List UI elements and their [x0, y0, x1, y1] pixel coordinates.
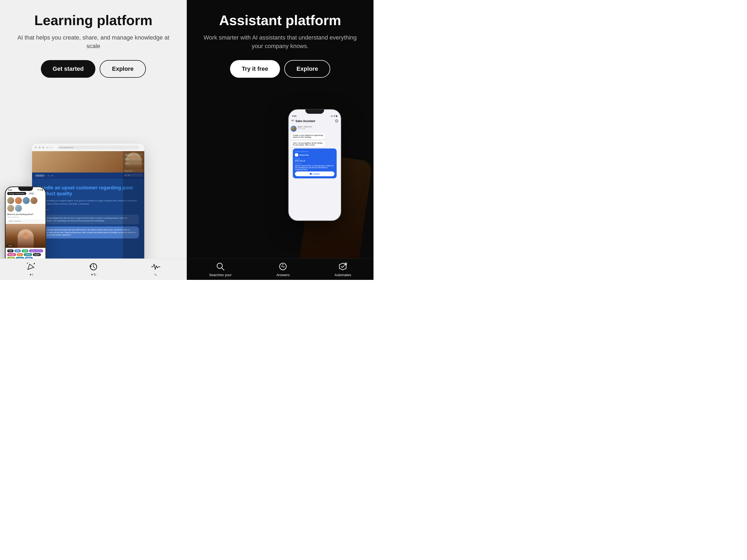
phone-tab-onboarding[interactable]: Design onboarding: [7, 192, 26, 195]
left-panel: Learning platform AI that helps you crea…: [0, 0, 187, 280]
automates-label: Automates: [334, 273, 351, 277]
strip-item-2: effect...: [124, 158, 143, 161]
person-name: Josh: [7, 244, 14, 247]
svg-point-7: [336, 121, 337, 122]
confirm-button[interactable]: Confirm: [295, 171, 334, 176]
bottom-bar-left: ✦/ ✦↻ ∿: [0, 259, 187, 280]
tag-sms: SMS: [22, 249, 28, 252]
face-4: [30, 197, 37, 204]
right-title: Assistant platform: [203, 13, 358, 28]
search-label: Searches your: [209, 273, 232, 277]
left-title: Learning platform: [16, 13, 171, 28]
explore-button-left[interactable]: Explore: [100, 60, 146, 78]
tag-ssl: SSL: [17, 253, 23, 256]
left-button-row: Get started Explore: [16, 60, 171, 78]
phone-tab-row: Design onboarding Chat: [6, 191, 45, 196]
tag-design: design: [7, 253, 16, 256]
face-2: [15, 197, 22, 204]
browser-tab-quiz: Li... re...: [46, 174, 56, 177]
bottom-item-automates: Automates: [334, 262, 351, 277]
bottom-item-search: Searches your: [209, 262, 232, 277]
browser-icon-plus: +: [50, 146, 51, 149]
explore-button-right[interactable]: Explore: [284, 60, 331, 78]
phone-hand-container: 9:41 ▪▪▪ ⬡ ▮ Sales Assistant Sana: [288, 109, 358, 259]
tag-exe: EXE: [15, 249, 21, 252]
phone-right-notch: [305, 109, 324, 114]
authority-label: Authority: [295, 163, 334, 164]
bottom-item-pulse: ∿: [151, 262, 160, 277]
phone-faces: [6, 196, 45, 213]
strip-item-3: Launc...: [124, 162, 143, 165]
right-header-content: Assistant platform Work smarter with AI …: [187, 0, 374, 88]
try-it-free-button[interactable]: Try it free: [230, 60, 280, 78]
answers-label: Answers: [276, 273, 290, 277]
phone-right-screen: 9:41 ▪▪▪ ⬡ ▮ Sales Assistant Sana: [288, 109, 341, 220]
person-head: [22, 232, 29, 239]
phone-sub-text: I feel something...: [6, 216, 45, 218]
user-message: Create a new Salesforce opportunity base…: [291, 133, 326, 139]
bottom-item-organize: ✦↻: [89, 262, 98, 277]
svg-line-10: [222, 268, 224, 270]
phone-input-row: Write something...: [7, 219, 44, 223]
browser-url-text: acme-group.sana.ai: [59, 146, 74, 148]
person-body: [18, 229, 34, 248]
authority-text: Jenna, head of HR, is a key decision mak…: [295, 165, 334, 170]
phone-time-left: 9:41: [8, 189, 12, 191]
svg-point-1: [27, 263, 27, 264]
phone-question: What are you thinking about?: [6, 213, 45, 216]
blue-card-company: Acme Inc.: [299, 154, 309, 156]
right-panel: Assistant platform Work smarter with AI …: [187, 0, 374, 280]
sender-time: 20 min ago: [298, 128, 312, 129]
tag-opensource: open-source: [29, 249, 43, 252]
strip-item-4: Pick the b...: [124, 169, 143, 172]
phone-notch-left: [18, 187, 33, 191]
blue-card-title: Acme Inc.: [295, 153, 334, 157]
face-5: [7, 205, 14, 212]
browser-toolbar: ⬜ + ○ acme-group.sana.ai: [32, 144, 144, 151]
chat-bubbles: Sana × Acme Inc. 20 min ago Create a new…: [288, 124, 341, 180]
left-subtitle: AI that helps you create, share, and man…: [16, 33, 171, 51]
bottom-label-pulse: ∿: [154, 273, 157, 277]
menu-icon: [291, 119, 294, 123]
automates-icon: [338, 262, 347, 271]
bottom-bar-right: Searches your Answers: [187, 259, 374, 280]
person-image-area: Josh: [6, 224, 45, 248]
phone-tab-chat[interactable]: Chat: [28, 192, 35, 195]
budget-label: Budget: [295, 158, 334, 160]
phone-r-status: 9:41 ▪▪▪ ⬡ ▮: [288, 114, 341, 118]
bottom-label-organize: ✦↻: [91, 273, 97, 277]
browser-right-strip: Which prim... effect... Launc... Pick th…: [123, 151, 144, 272]
left-header-content: Learning platform AI that helps you crea…: [0, 0, 187, 88]
get-started-button[interactable]: Get started: [41, 60, 95, 78]
browser-icon-refresh: ○: [52, 146, 53, 149]
browser-nav-icons: ⬜ + ○: [46, 146, 53, 149]
confirm-label: Confirm: [313, 173, 320, 175]
browser-url: acme-group.sana.ai: [58, 145, 139, 149]
phone-r-title-text: Sales Assistant: [295, 119, 315, 123]
svg-point-0: [34, 263, 35, 264]
sender-avatar: [291, 126, 297, 132]
phone-r-time: 9:41: [292, 115, 297, 117]
tag-online1: online: [24, 253, 32, 256]
sender-name: Sana × Acme Inc.: [298, 126, 312, 128]
blue-card-header: Update opportunity: [295, 151, 334, 152]
ai-reply-text: Sure, I've put together all the details …: [291, 141, 326, 147]
bottom-label-create: ✦/: [29, 273, 33, 277]
phone-input-placeholder: Write something...: [9, 220, 22, 222]
browser-tab-answers: Answers: [35, 174, 45, 177]
face-6: [15, 205, 22, 212]
phone-signal-left: ▪▪▪ ⬡ ▮: [37, 189, 43, 191]
bottom-item-answers: Answers: [276, 262, 290, 277]
pulse-icon: [151, 262, 160, 272]
right-button-row: Try it free Explore: [203, 60, 358, 78]
sender-info: Sana × Acme Inc. 20 min ago: [298, 126, 312, 129]
browser-dot-2: [38, 146, 41, 149]
phone-right-mock: 9:41 ▪▪▪ ⬡ ▮ Sales Assistant Sana: [288, 109, 341, 221]
svg-point-8: [310, 173, 312, 175]
bottom-item-create: ✦/: [26, 262, 36, 277]
phone-screen-left: 9:41 ▪▪▪ ⬡ ▮ Design onboarding Chat What…: [6, 187, 45, 268]
svg-point-12: [283, 264, 284, 265]
face-3: [23, 197, 30, 204]
face-1: [7, 197, 14, 204]
browser-dot-1: [35, 146, 37, 149]
